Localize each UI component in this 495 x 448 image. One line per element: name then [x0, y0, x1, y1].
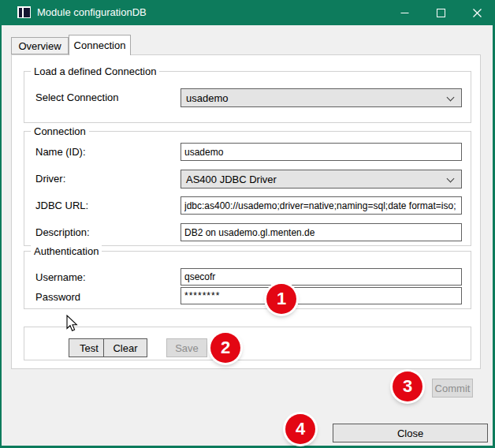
save-button[interactable]: Save	[166, 338, 207, 357]
clear-button[interactable]: Clear	[103, 338, 147, 357]
select-connection-combobox[interactable]: usademo	[181, 88, 462, 107]
commit-button[interactable]: Commit	[432, 379, 473, 398]
select-connection-value: usademo	[186, 92, 228, 104]
annotation-badge-4: 4	[285, 414, 315, 444]
select-connection-label: Select Connection	[35, 91, 119, 103]
module-configuration-dialog: Module configurationDB Overview Connecti…	[0, 0, 495, 448]
password-label: Password	[35, 291, 80, 303]
close-icon	[473, 9, 482, 17]
group-connection: Connection Name (ID): Driver: AS400 JDBC…	[24, 131, 471, 246]
tab-connection[interactable]: Connection	[69, 35, 131, 55]
jdbc-url-field[interactable]	[181, 196, 462, 215]
window-title: Module configurationDB	[37, 0, 147, 25]
password-field[interactable]	[181, 287, 462, 304]
app-window-icon	[17, 6, 31, 18]
name-id-label: Name (ID):	[35, 146, 86, 158]
maximize-icon	[437, 9, 445, 17]
chevron-down-icon	[448, 95, 454, 101]
driver-label: Driver:	[35, 173, 65, 185]
group-connection-title: Connection	[31, 125, 89, 137]
title-bar: Module configurationDB	[0, 0, 495, 25]
username-label: Username:	[35, 271, 86, 283]
group-authentication-title: Authentication	[31, 245, 102, 257]
annotation-badge-1: 1	[266, 284, 296, 314]
close-window-button[interactable]	[459, 0, 495, 25]
maximize-button[interactable]	[422, 0, 459, 25]
group-load-title: Load a defined Connection	[31, 65, 159, 77]
annotation-badge-3: 3	[393, 371, 422, 401]
name-id-field[interactable]	[181, 143, 462, 161]
minimize-button[interactable]	[386, 0, 422, 25]
username-field[interactable]	[181, 268, 462, 286]
close-button[interactable]: Close	[333, 424, 488, 442]
annotation-badge-2: 2	[210, 333, 240, 363]
description-label: Description:	[35, 226, 90, 238]
group-load-connection: Load a defined Connection Select Connect…	[24, 71, 471, 123]
group-authentication: Authentication Username: Password	[24, 251, 471, 309]
driver-combobox[interactable]: AS400 JDBC Driver	[181, 170, 462, 189]
jdbc-url-label: JDBC URL:	[35, 200, 88, 211]
tab-overview-label: Overview	[18, 40, 61, 52]
mouse-cursor	[66, 315, 79, 335]
description-field[interactable]	[181, 223, 462, 241]
chevron-down-icon	[448, 176, 454, 182]
minimize-icon	[400, 9, 409, 17]
group-actions: Test Clear Save	[24, 327, 471, 360]
tab-connection-label: Connection	[74, 39, 126, 51]
tab-overview[interactable]: Overview	[11, 37, 69, 54]
driver-value: AS400 JDBC Driver	[186, 174, 277, 185]
